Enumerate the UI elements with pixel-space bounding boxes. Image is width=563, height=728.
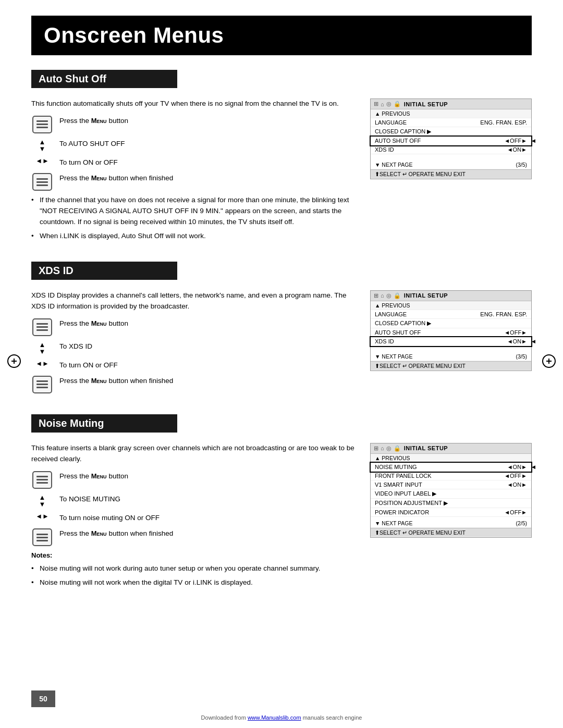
up-down-arrows-icon-2: ▲▼ — [31, 340, 53, 355]
xds-id-section: XDS ID XDS ID Display provides a channel… — [31, 262, 532, 398]
xds-id-left: XDS ID Display provides a channel's call… — [31, 290, 354, 398]
tv-row-cc-2: CLOSED CAPTION ▶ — [371, 319, 531, 328]
noise-step1-text: Press the Menu button — [59, 470, 128, 482]
tv-row-pi: POWER INDICATOR ◄OFF► — [371, 508, 531, 517]
tv-row-lang-1: LANGUAGE ENG. FRAN. ESP. — [371, 118, 531, 127]
tv-row-v1: V1 SMART INPUT ◄ON► — [371, 480, 531, 489]
footer-credit: Downloaded from www.Manualslib.com manua… — [0, 714, 563, 721]
auto-shut-off-step2b: ◄► To turn ON or OFF — [31, 156, 354, 168]
xds-step1-text: Press the Menu button — [59, 317, 128, 329]
footer-text: Downloaded from — [201, 714, 246, 721]
tv-row-vil: VIDEO INPUT LABEL ▶ — [371, 489, 531, 499]
menu-button-icon-6 — [31, 527, 53, 546]
tv-screen-2: ⊞ ⌂ ◎ 🔒 INITIAL SETUP ▲ PREVIOUS LANGUAG… — [370, 290, 532, 371]
tv-title-3: INITIAL SETUP — [404, 445, 448, 451]
menu-button-icon-4 — [31, 375, 53, 393]
auto-shut-off-step3: Press the Menu button when finished — [31, 172, 354, 191]
noise-bullet-1: Noise muting will not work during auto t… — [31, 563, 354, 574]
bullet-item: If the channel that you have on does not… — [31, 195, 354, 228]
auto-shut-off-step1: Press the Menu button — [31, 115, 354, 133]
step2a-text: To AUTO SHUT OFF — [59, 138, 125, 149]
menu-button-icon-2 — [31, 172, 53, 191]
right-crosshair-icon — [542, 354, 556, 368]
tv-title-1: INITIAL SETUP — [404, 101, 448, 107]
noise-step2b: ◄► To turn noise muting ON or OFF — [31, 512, 354, 523]
tv-prev-3: ▲ PREVIOUS — [371, 454, 531, 463]
noise-step3: Press the Menu button when finished — [31, 527, 354, 546]
tv-prev-1: ▲ PREVIOUS — [371, 109, 531, 118]
step2b-text: To turn ON or OFF — [59, 156, 118, 168]
auto-shut-off-bullets: If the channel that you have on does not… — [31, 195, 354, 242]
noise-muting-left: This feature inserts a blank gray screen… — [31, 443, 354, 591]
tv-row-lang-2: LANGUAGE ENG. FRAN. ESP. — [371, 310, 531, 319]
xds-step1: Press the Menu button — [31, 317, 354, 336]
tv-screen-3: ⊞ ⌂ ◎ 🔒 INITIAL SETUP ▲ PREVIOUS NOISE M… — [370, 443, 532, 538]
tv-row-noise: NOISE MUTING ◄ON► ◀ — [371, 463, 531, 472]
xds-id-description: XDS ID Display provides a channel's call… — [31, 290, 354, 312]
noise-notes: Notes: Noise muting will not work during… — [31, 551, 354, 588]
auto-shut-off-step2: ▲▼ To AUTO SHUT OFF — [31, 138, 354, 152]
tv-footer-3: ⬆SELECT ↵ OPERATE MENU EXIT — [371, 528, 531, 537]
tv-next-page-1: ▼ NEXT PAGE (3/5) — [371, 161, 531, 169]
tv-prev-2: ▲ PREVIOUS — [371, 301, 531, 310]
tv-row-pos: POSITION ADJUSTMENT ▶ — [371, 499, 531, 508]
tv-row-aso-2: AUTO SHUT OFF ◄OFF► — [371, 328, 531, 337]
tv-header-2: ⊞ ⌂ ◎ 🔒 INITIAL SETUP — [371, 291, 531, 301]
left-crosshair-icon — [7, 354, 21, 368]
notes-header: Notes: — [31, 551, 354, 559]
xds-step2a: ▲▼ To XDS ID — [31, 340, 354, 355]
step3-text: Press the Menu button when finished — [59, 172, 173, 183]
noise-step2a: ▲▼ To NOISE MUTING — [31, 493, 354, 508]
tv-title-2: INITIAL SETUP — [404, 292, 448, 299]
step1-text: Press the Menu button — [59, 115, 128, 126]
xds-step3-text: Press the Menu button when finished — [59, 375, 173, 386]
auto-shut-off-left: This function automatically shuts off yo… — [31, 98, 354, 245]
noise-muting-description: This feature inserts a blank gray screen… — [31, 443, 354, 465]
tv-next-page-2: ▼ NEXT PAGE (3/5) — [371, 352, 531, 361]
tv-header-icons-1: ⊞ ⌂ ◎ 🔒 — [374, 101, 401, 107]
tv-header-3: ⊞ ⌂ ◎ 🔒 INITIAL SETUP — [371, 443, 531, 454]
tv-footer-2: ⬆SELECT ↵ OPERATE MENU EXIT — [371, 361, 531, 371]
footer-suffix: manuals search engine — [303, 714, 362, 721]
tv-header-icons-3: ⊞ ⌂ ◎ 🔒 — [374, 445, 401, 452]
footer-link[interactable]: www.Manualslib.com — [248, 714, 301, 721]
tv-row-cc-1: CLOSED CAPTION ▶ — [371, 127, 531, 137]
tv-row-xds-1: XDS ID ◄ON► — [371, 145, 531, 154]
noise-bullet-list: Noise muting will not work during auto t… — [31, 563, 354, 588]
lr-arrows-icon: ◄► — [31, 156, 53, 164]
tv-next-page-3: ▼ NEXT PAGE (2/5) — [371, 519, 531, 528]
page: Onscreen Menus Auto Shut Off This functi… — [0, 0, 563, 728]
auto-shut-off-section: Auto Shut Off This function automaticall… — [31, 70, 532, 245]
tv-footer-1: ⬆SELECT ↵ OPERATE MENU EXIT — [371, 169, 531, 179]
tv-screen-1: ⊞ ⌂ ◎ 🔒 INITIAL SETUP ▲ PREVIOUS LANGUAG… — [370, 98, 532, 179]
auto-shut-off-description: This function automatically shuts off yo… — [31, 98, 354, 109]
bullet-item: When i.LINK is displayed, Auto Shut Off … — [31, 231, 354, 242]
noise-step3-text: Press the Menu button when finished — [59, 527, 173, 539]
menu-button-icon-3 — [31, 317, 53, 336]
lr-arrows-icon-3: ◄► — [31, 512, 53, 520]
tv-row-aso-1: AUTO SHUT OFF ◄OFF► ◀ — [371, 137, 531, 145]
noise-step1: Press the Menu button — [31, 470, 354, 489]
noise-muting-title: Noise Muting — [31, 414, 177, 433]
tv-row-xds-2: XDS ID ◄ON► ◀ — [371, 337, 531, 346]
menu-button-icon-5 — [31, 470, 53, 489]
noise-muting-section: Noise Muting This feature inserts a blan… — [31, 414, 532, 591]
noise-step2a-text: To NOISE MUTING — [59, 493, 120, 504]
xds-step3: Press the Menu button when finished — [31, 375, 354, 393]
up-down-arrows-icon: ▲▼ — [31, 138, 53, 152]
xds-step2b: ◄► To turn ON or OFF — [31, 359, 354, 371]
lr-arrows-icon-2: ◄► — [31, 359, 53, 367]
xds-id-title: XDS ID — [31, 262, 177, 280]
xds-step2a-text: To XDS ID — [59, 340, 92, 352]
noise-bullet-2: Noise muting will not work when the digi… — [31, 577, 354, 588]
tv-header-icons-2: ⊞ ⌂ ◎ 🔒 — [374, 292, 401, 299]
tv-row-fpl: FRONT PANEL LOCK ◄OFF► — [371, 472, 531, 480]
page-number: 50 — [31, 690, 55, 707]
page-title: Onscreen Menus — [31, 16, 532, 55]
up-down-arrows-icon-3: ▲▼ — [31, 493, 53, 508]
menu-button-icon-1 — [31, 115, 53, 133]
xds-step2b-text: To turn ON or OFF — [59, 359, 118, 371]
auto-shut-off-title: Auto Shut Off — [31, 70, 177, 88]
tv-header-1: ⊞ ⌂ ◎ 🔒 INITIAL SETUP — [371, 99, 531, 109]
noise-step2b-text: To turn noise muting ON or OFF — [59, 512, 160, 523]
